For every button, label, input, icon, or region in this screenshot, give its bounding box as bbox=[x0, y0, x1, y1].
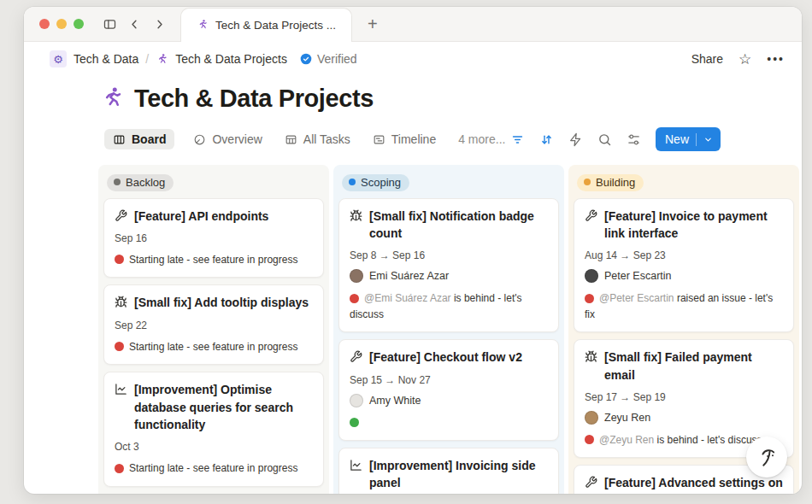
assignee-name: Amy White bbox=[369, 395, 421, 407]
status-text: Starting late - see feature in progress bbox=[129, 341, 297, 353]
task-card[interactable]: [Feature] API endpoints Sep 16 Starting … bbox=[103, 198, 324, 278]
tab-title: Tech & Data Projects ... bbox=[215, 19, 336, 32]
task-title: [Small fix] Failed payment email bbox=[604, 349, 783, 384]
forward-icon[interactable] bbox=[152, 17, 167, 32]
task-card[interactable]: [Feature] Checkout flow v2 Sep 15 → Nov … bbox=[338, 339, 559, 441]
task-date: Sep 16 bbox=[115, 232, 313, 244]
task-card[interactable]: [Improvement] Optimise database queries … bbox=[103, 372, 324, 486]
new-button[interactable]: New bbox=[656, 127, 721, 151]
back-icon[interactable] bbox=[127, 17, 142, 32]
new-tab-button[interactable]: + bbox=[368, 15, 378, 32]
more-views-button[interactable]: 4 more... bbox=[455, 129, 509, 149]
task-date: Oct 3 bbox=[115, 441, 313, 453]
status-text: Starting late - see feature in progress bbox=[129, 254, 297, 266]
column-name: Building bbox=[596, 176, 635, 189]
timeline-view-icon bbox=[373, 133, 385, 146]
page-title: Tech & Data Projects bbox=[134, 85, 374, 113]
card-list: [Feature] API endpoints Sep 16 Starting … bbox=[103, 198, 324, 487]
breadcrumb-separator: / bbox=[145, 52, 149, 66]
traffic-lights bbox=[39, 19, 84, 29]
task-card[interactable]: [Feature] Invoice to payment link interf… bbox=[574, 198, 794, 333]
column-status-pill[interactable]: Backlog bbox=[107, 174, 174, 191]
column-name: Backlog bbox=[126, 176, 165, 189]
column-status-pill[interactable]: Scoping bbox=[342, 174, 409, 191]
status-dot-icon bbox=[585, 435, 594, 444]
task-title: [Feature] Checkout flow v2 bbox=[369, 349, 522, 366]
avatar bbox=[585, 269, 598, 283]
task-date: Sep 17 → Sep 19 bbox=[585, 391, 783, 403]
chevron-down-icon[interactable] bbox=[703, 135, 713, 144]
task-date: Aug 14 → Sep 23 bbox=[585, 249, 783, 261]
ai-face-icon bbox=[756, 446, 779, 469]
filter-icon[interactable] bbox=[510, 132, 525, 147]
task-status: @Emi Suárez Azar is behind - let's discu… bbox=[350, 290, 548, 322]
status-mention: @Zeyu Ren bbox=[599, 434, 657, 446]
task-type-icon bbox=[115, 209, 127, 222]
tab-timeline[interactable]: Timeline bbox=[369, 129, 439, 149]
task-card[interactable]: [Improvement] Invoicing side panel bbox=[338, 448, 559, 494]
board: Backlog [Feature] API endpoints Sep 16 S… bbox=[24, 165, 802, 494]
status-dot-icon bbox=[114, 179, 121, 185]
column-header: Building bbox=[574, 170, 794, 198]
task-card[interactable]: [Small fix] Add tooltip displays Sep 22 … bbox=[103, 284, 324, 365]
task-title: [Feature] Invoice to payment link interf… bbox=[604, 208, 783, 243]
task-date: Sep 15 → Nov 27 bbox=[350, 374, 548, 386]
column-header: Backlog bbox=[103, 170, 324, 198]
assignee-name: Zeyu Ren bbox=[604, 412, 650, 424]
sort-icon[interactable] bbox=[539, 132, 554, 147]
status-dot-icon bbox=[350, 418, 359, 427]
view-settings-icon[interactable] bbox=[627, 132, 641, 147]
board-column: Backlog [Feature] API endpoints Sep 16 S… bbox=[98, 165, 329, 494]
close-window-button[interactable] bbox=[39, 19, 50, 29]
task-type-icon bbox=[350, 459, 362, 472]
search-icon[interactable] bbox=[597, 132, 612, 147]
status-dot-icon bbox=[349, 179, 356, 185]
task-status: Starting late - see feature in progress bbox=[115, 252, 313, 268]
task-status: Starting late - see feature in progress bbox=[115, 339, 313, 355]
task-status: @Peter Escartin raised an issue - let's … bbox=[585, 290, 783, 322]
status-dot-icon bbox=[585, 294, 594, 303]
task-date: Sep 8 → Sep 16 bbox=[350, 249, 548, 261]
more-options-icon[interactable]: ••• bbox=[767, 52, 785, 66]
overview-view-icon bbox=[193, 133, 206, 146]
automation-bolt-icon[interactable] bbox=[568, 132, 583, 147]
task-assignee: Emi Suárez Azar bbox=[350, 269, 548, 283]
task-type-icon bbox=[350, 350, 362, 363]
task-title: [Small fix] Add tooltip displays bbox=[134, 294, 309, 311]
minimize-window-button[interactable] bbox=[56, 19, 67, 29]
task-status: Starting late - see feature in progress bbox=[115, 460, 313, 477]
tab-overview[interactable]: Overview bbox=[190, 129, 265, 149]
column-header: Scoping bbox=[338, 170, 559, 198]
active-tab[interactable]: Tech & Data Projects ... bbox=[180, 8, 352, 42]
notion-ai-button[interactable] bbox=[746, 437, 787, 478]
status-dot-icon bbox=[350, 294, 359, 303]
task-title: [Feature] Advanced settings on partial i… bbox=[604, 474, 783, 494]
task-assignee: Amy White bbox=[350, 394, 548, 407]
task-card[interactable]: [Small fix] Notification badge count Sep… bbox=[338, 198, 559, 333]
task-title: [Improvement] Optimise database queries … bbox=[134, 381, 313, 433]
task-type-icon bbox=[585, 209, 597, 222]
workspace-gear-icon[interactable]: ⚙ bbox=[50, 50, 67, 67]
verified-label: Verified bbox=[317, 52, 357, 66]
tab-board[interactable]: Board bbox=[104, 129, 174, 149]
avatar bbox=[350, 269, 363, 283]
tab-all-tasks[interactable]: All Tasks bbox=[281, 129, 354, 149]
zoom-window-button[interactable] bbox=[74, 19, 84, 29]
status-text: Starting late - see feature in progress bbox=[129, 462, 297, 474]
status-mention: @Emi Suárez Azar bbox=[364, 292, 454, 304]
assignee-name: Peter Escartin bbox=[604, 270, 672, 282]
verified-badge: Verified bbox=[299, 52, 357, 66]
breadcrumb-page[interactable]: Tech & Data Projects bbox=[175, 52, 287, 66]
favorite-star-icon[interactable]: ☆ bbox=[738, 52, 751, 67]
breadcrumb-workspace[interactable]: Tech & Data bbox=[74, 52, 138, 66]
task-type-icon bbox=[585, 350, 597, 363]
table-view-icon bbox=[285, 133, 297, 146]
sidebar-toggle-icon[interactable] bbox=[103, 17, 117, 32]
button-divider bbox=[696, 133, 697, 146]
column-status-pill[interactable]: Building bbox=[577, 174, 644, 191]
share-button[interactable]: Share bbox=[691, 52, 723, 66]
board-column: Scoping [Small fix] Notification badge c… bbox=[333, 165, 564, 494]
page-icon-runner bbox=[99, 85, 125, 111]
column-name: Scoping bbox=[361, 176, 401, 189]
task-title: [Feature] API endpoints bbox=[134, 208, 268, 225]
